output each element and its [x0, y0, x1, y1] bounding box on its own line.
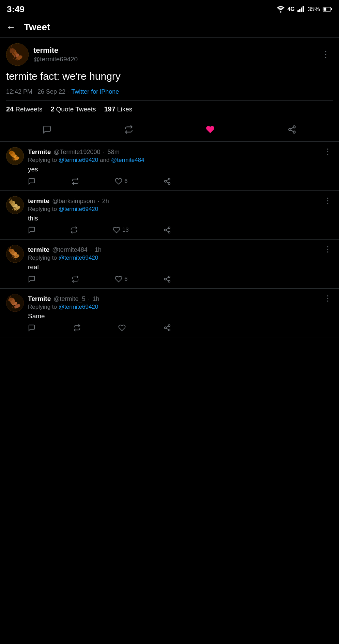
- reply-1-time: ·: [103, 149, 105, 156]
- svg-line-52: [166, 231, 168, 232]
- reply-2-share-button[interactable]: [164, 226, 171, 234]
- svg-point-66: [168, 280, 170, 282]
- reply-1-text: yes: [28, 165, 333, 174]
- reply-4-handle: @termite_5: [53, 295, 85, 303]
- svg-point-21: [289, 128, 291, 131]
- reply-2-more-button[interactable]: ⋮: [323, 196, 333, 205]
- reply-3-share-button[interactable]: [164, 275, 171, 283]
- reply-1-share-button[interactable]: [164, 178, 171, 185]
- reply-4-text: Same: [28, 312, 333, 321]
- battery-text: 35%: [308, 6, 320, 13]
- reply-1-more-button[interactable]: ⋮: [323, 147, 333, 156]
- reply-1-avatar-svg: [6, 147, 24, 165]
- reply-4-header: Termite @termite_5 · 1h ⋮: [28, 294, 333, 303]
- reply-3-mention-1[interactable]: @termite69420: [59, 255, 98, 261]
- reply-4-like-button[interactable]: [118, 324, 126, 332]
- main-tweet-avatar: [6, 43, 29, 66]
- reply-2-avatar-svg: [6, 196, 24, 214]
- reply-1-mention-2[interactable]: @termite484: [111, 157, 144, 163]
- reply-3-time-val: 1h: [95, 246, 102, 254]
- reply-3-header-left: termite @termite484 · 1h: [28, 246, 102, 254]
- reply-2-retweet-icon: [70, 226, 78, 234]
- reply-2-comment-icon: [28, 226, 35, 234]
- reply-1-replying-to: Replying to @termite69420 and @termite48…: [28, 157, 333, 164]
- quote-tweet-stat[interactable]: 2 Quote Tweets: [50, 105, 96, 113]
- like-label: Likes: [117, 106, 132, 113]
- reply-1-actions: 6: [28, 178, 171, 185]
- reply-4-comment-icon: [28, 324, 35, 332]
- reply-1-content: Termite @Termite192000 · 58m ⋮ Replying …: [28, 147, 333, 185]
- reply-3-retweet-button[interactable]: [72, 275, 79, 283]
- reply-3-name: termite: [28, 246, 49, 254]
- reply-3-dot: ·: [90, 246, 92, 254]
- reply-1-like-button[interactable]: 6: [115, 178, 127, 185]
- tweet-source-link[interactable]: Twitter for iPhone: [71, 88, 119, 95]
- main-tweet-author-name: termite: [33, 46, 78, 55]
- reply-1-mention-1[interactable]: @termite69420: [59, 157, 98, 163]
- share-icon: [288, 125, 296, 134]
- reply-2-avatar: [6, 196, 24, 214]
- tweet-author-row: termite @termite69420 ⋮: [6, 43, 333, 66]
- svg-rect-3: [301, 7, 302, 12]
- tweet-action-bar: [6, 120, 333, 141]
- like-button[interactable]: [203, 122, 217, 137]
- reply-2-comment-button[interactable]: [28, 226, 35, 234]
- back-button[interactable]: ←: [6, 22, 16, 33]
- svg-line-53: [166, 228, 168, 230]
- retweet-count: 24: [6, 105, 14, 113]
- reply-1-header: Termite @Termite192000 · 58m ⋮: [28, 147, 333, 156]
- tweet-more-button[interactable]: ⋮: [319, 48, 333, 61]
- main-tweet-text: termite fact: we're hungry: [6, 69, 333, 83]
- svg-rect-7: [331, 8, 332, 10]
- reply-2-mention-1[interactable]: @termite69420: [59, 206, 98, 212]
- reply-4-dot: ·: [88, 295, 90, 303]
- svg-point-51: [168, 231, 170, 233]
- retweet-stat[interactable]: 24 Retweets: [6, 105, 42, 113]
- svg-point-50: [165, 229, 167, 231]
- retweet-button[interactable]: [122, 122, 136, 137]
- reply-4-comment-button[interactable]: [28, 324, 35, 332]
- reply-1-heart-icon: [115, 178, 122, 185]
- svg-point-79: [165, 327, 167, 329]
- reply-3-more-button[interactable]: ⋮: [323, 245, 333, 254]
- share-button[interactable]: [285, 122, 299, 137]
- reply-1-share-icon: [164, 178, 171, 185]
- reply-3-comment-button[interactable]: [28, 275, 35, 283]
- signal-icon: [297, 6, 305, 12]
- reply-4-more-button[interactable]: ⋮: [323, 294, 333, 303]
- reply-2-header-left: termite @barksimpsom · 2h: [28, 197, 109, 205]
- reply-4-retweet-button[interactable]: [73, 324, 81, 332]
- reply-2-heart-icon: [113, 226, 120, 234]
- svg-line-23: [291, 130, 293, 132]
- reply-3-like-count: 6: [124, 276, 127, 282]
- reply-4-replying-to: Replying to @termite69420: [28, 304, 333, 310]
- svg-point-64: [168, 276, 170, 278]
- reply-3-replying-to: Replying to @termite69420: [28, 255, 333, 261]
- svg-line-81: [166, 328, 168, 330]
- reply-3-like-button[interactable]: 6: [115, 275, 127, 283]
- reply-4-content: Termite @termite_5 · 1h ⋮ Replying to @t…: [28, 294, 333, 332]
- comment-button[interactable]: [40, 122, 54, 137]
- reply-3-share-icon: [164, 275, 171, 283]
- reply-4-mention-1[interactable]: @termite69420: [59, 304, 98, 310]
- wifi-icon: [277, 6, 285, 13]
- reply-4-avatar: [6, 294, 24, 312]
- reply-2-share-icon: [164, 226, 171, 234]
- svg-point-78: [168, 325, 170, 327]
- reply-1-comment-icon: [28, 178, 35, 185]
- reply-4-name: Termite: [28, 295, 51, 303]
- svg-rect-4: [303, 6, 304, 12]
- reply-2-like-button[interactable]: 13: [113, 226, 129, 234]
- svg-point-49: [168, 227, 170, 229]
- reply-2-retweet-button[interactable]: [70, 226, 78, 234]
- reply-3-header: termite @termite484 · 1h ⋮: [28, 245, 333, 254]
- svg-point-35: [165, 180, 167, 182]
- reply-4-header-left: Termite @termite_5 · 1h: [28, 295, 99, 303]
- reply-2-actions: 13: [28, 226, 171, 234]
- reply-1-comment-button[interactable]: [28, 178, 35, 185]
- like-count: 197: [104, 105, 115, 113]
- termite-avatar-svg: [6, 43, 29, 66]
- reply-4-share-button[interactable]: [164, 324, 171, 332]
- like-stat[interactable]: 197 Likes: [104, 105, 132, 113]
- reply-1-retweet-button[interactable]: [72, 178, 79, 185]
